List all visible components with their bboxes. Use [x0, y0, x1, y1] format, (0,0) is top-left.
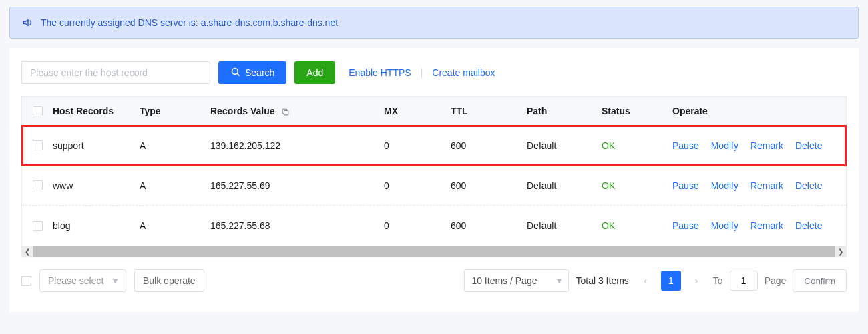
to-label: To	[713, 275, 723, 286]
copy-column-icon[interactable]	[281, 108, 290, 116]
cell-value: 165.227.55.69	[210, 180, 384, 191]
delete-link[interactable]: Delete	[795, 220, 822, 231]
cell-status: OK	[602, 180, 672, 191]
th-operate: Operate	[672, 106, 859, 116]
cell-operate: PauseModifyRemarkDelete	[672, 180, 859, 191]
page-label: Page	[765, 275, 787, 286]
table-row: supportA139.162.205.1220600DefaultOKPaus…	[22, 126, 846, 166]
speaker-icon	[22, 17, 34, 29]
cell-ttl: 600	[451, 180, 527, 191]
cell-value: 165.227.55.68	[210, 220, 384, 231]
pause-link[interactable]: Pause	[672, 140, 699, 151]
cell-operate: PauseModifyRemarkDelete	[672, 220, 859, 231]
table-row: wwwA165.227.55.690600DefaultOKPauseModif…	[22, 166, 846, 206]
select-all-footer-checkbox[interactable]	[21, 276, 31, 286]
row-checkbox[interactable]	[33, 221, 43, 231]
next-page-button[interactable]: ›	[686, 271, 706, 291]
cell-type: A	[140, 220, 210, 231]
delete-link[interactable]: Delete	[795, 180, 822, 191]
cell-host: support	[53, 140, 140, 151]
select-all-checkbox[interactable]	[33, 106, 43, 116]
th-status: Status	[602, 106, 672, 116]
search-button-label: Search	[245, 67, 274, 78]
modify-link[interactable]: Modify	[711, 180, 738, 191]
modify-link[interactable]: Modify	[711, 220, 738, 231]
delete-link[interactable]: Delete	[795, 140, 822, 151]
cell-operate: PauseModifyRemarkDelete	[672, 140, 859, 151]
bulk-select-dropdown[interactable]: Please select ▾	[39, 269, 126, 292]
row-checkbox[interactable]	[33, 140, 43, 150]
svg-rect-2	[284, 110, 289, 115]
pause-link[interactable]: Pause	[672, 180, 699, 191]
records-panel: Search Add Enable HTTPS | Create mailbox…	[9, 48, 859, 312]
cell-value: 139.162.205.122	[210, 140, 384, 151]
pause-link[interactable]: Pause	[672, 220, 699, 231]
page-size-label: 10 Items / Page	[471, 275, 537, 286]
cell-status: OK	[602, 140, 672, 151]
remark-link[interactable]: Remark	[750, 180, 783, 191]
cell-type: A	[140, 140, 210, 151]
remark-link[interactable]: Remark	[750, 140, 783, 151]
total-items-text: Total 3 Items	[576, 275, 628, 286]
modify-link[interactable]: Modify	[711, 140, 738, 151]
cell-host: blog	[53, 220, 140, 231]
cell-host: www	[53, 180, 140, 191]
th-path: Path	[527, 106, 602, 116]
search-button[interactable]: Search	[218, 61, 286, 84]
th-type: Type	[140, 106, 210, 116]
table-header-row: Host Records Type Records Value MX TTL P…	[22, 96, 846, 126]
cell-mx: 0	[384, 180, 451, 191]
row-checkbox[interactable]	[33, 180, 43, 190]
goto-confirm-button[interactable]: Confirm	[793, 269, 847, 292]
th-host: Host Records	[53, 106, 140, 116]
page-number-current[interactable]: 1	[661, 271, 681, 291]
chevron-down-icon: ▾	[113, 275, 118, 286]
remark-link[interactable]: Remark	[750, 220, 783, 231]
cell-path: Default	[527, 180, 602, 191]
bulk-operate-button[interactable]: Bulk operate	[134, 269, 204, 292]
cell-ttl: 600	[451, 140, 527, 151]
th-value: Records Value	[210, 106, 384, 116]
bulk-select-label: Please select	[48, 275, 103, 286]
pager-bar: Please select ▾ Bulk operate 10 Items / …	[21, 269, 847, 292]
add-button-label: Add	[306, 67, 323, 78]
cell-status: OK	[602, 220, 672, 231]
records-table: Host Records Type Records Value MX TTL P…	[21, 96, 847, 257]
add-button[interactable]: Add	[294, 61, 335, 84]
cell-mx: 0	[384, 220, 451, 231]
cell-mx: 0	[384, 140, 451, 151]
table-row: blogA165.227.55.680600DefaultOKPauseModi…	[22, 206, 846, 246]
svg-line-1	[237, 73, 239, 75]
page-size-select[interactable]: 10 Items / Page ▾	[464, 269, 569, 292]
goto-page-input[interactable]	[730, 271, 758, 291]
th-ttl: TTL	[451, 106, 527, 116]
scroll-left-arrow-icon[interactable]: ❮	[22, 246, 33, 257]
dns-notice-text: The currently assigned DNS server is: a.…	[41, 17, 338, 28]
horizontal-scrollbar[interactable]: ❮ ❯	[22, 246, 846, 257]
cell-path: Default	[527, 220, 602, 231]
prev-page-button[interactable]: ‹	[636, 271, 656, 291]
cell-ttl: 600	[451, 220, 527, 231]
toolbar: Search Add Enable HTTPS | Create mailbox	[21, 61, 847, 84]
scroll-right-arrow-icon[interactable]: ❯	[835, 246, 846, 257]
dns-notice-bar: The currently assigned DNS server is: a.…	[9, 7, 859, 39]
search-input[interactable]	[21, 61, 210, 84]
toolbar-separator: |	[421, 67, 423, 78]
th-mx: MX	[384, 106, 451, 116]
enable-https-link[interactable]: Enable HTTPS	[349, 67, 411, 78]
create-mailbox-link[interactable]: Create mailbox	[432, 67, 495, 78]
cell-path: Default	[527, 140, 602, 151]
search-icon	[230, 67, 240, 79]
cell-type: A	[140, 180, 210, 191]
chevron-down-icon: ▾	[557, 275, 562, 286]
